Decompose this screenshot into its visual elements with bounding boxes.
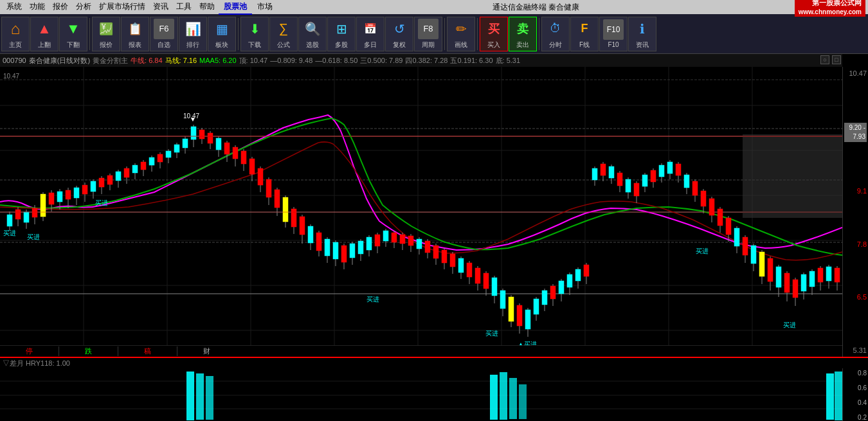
btn-f6[interactable]: F6 自选 <box>150 17 178 51</box>
svg-rect-156 <box>525 310 530 329</box>
info-icon: ℹ <box>632 19 653 39</box>
down-icon: ▼ <box>63 19 84 39</box>
bottom-axis-04: 0.4 <box>858 399 867 406</box>
buy-icon: 买 <box>484 19 504 39</box>
menu-news[interactable]: 资讯 <box>149 0 172 15</box>
bottom-axis-06: 0.6 <box>858 384 867 391</box>
svg-rect-64 <box>158 154 163 162</box>
menu-help[interactable]: 帮助 <box>195 0 219 15</box>
btn-multi-day[interactable]: 📅 多日 <box>356 17 384 51</box>
btn-f8[interactable]: F8 周期 <box>414 17 442 51</box>
svg-rect-227 <box>809 271 815 287</box>
menu-extend-market[interactable]: 扩展市场行情 <box>95 0 149 15</box>
svg-rect-131 <box>425 241 430 253</box>
svg-text:买进: 买进 <box>485 330 498 337</box>
btn-minute[interactable]: ⏱ 分时 <box>541 17 570 51</box>
svg-rect-68 <box>174 145 179 152</box>
btn-repeat[interactable]: ↺ 复权 <box>385 17 413 51</box>
btn-multi-stock[interactable]: ⊞ 多股 <box>327 17 356 51</box>
ma5-line: MAA5: 6.20 <box>199 57 236 64</box>
menu-analysis[interactable]: 分析 <box>72 0 95 15</box>
svg-rect-189 <box>659 165 664 177</box>
svg-rect-219 <box>776 267 781 287</box>
btn-block[interactable]: ▦ 板块 <box>208 17 236 51</box>
svg-rect-90 <box>258 168 263 185</box>
svg-rect-111 <box>341 246 347 262</box>
btn-report[interactable]: 📋 报表 <box>121 17 149 51</box>
bottom-price-axis: 0.8 0.6 0.4 0.2 <box>842 368 868 421</box>
btn-formula[interactable]: ∑ 公式 <box>269 17 298 51</box>
btn-up[interactable]: ▲ 上翻 <box>30 17 59 51</box>
btn-price[interactable]: 💹 报价 <box>92 17 120 51</box>
svg-rect-229 <box>818 268 823 282</box>
svg-rect-117 <box>366 237 372 250</box>
btn-buy[interactable]: 买 买入 <box>480 17 508 51</box>
top-bar: 系统 功能 报价 分析 扩展市场行情 资讯 工具 帮助 股票池 市场 通达信金融… <box>0 0 868 14</box>
bull-line: 牛线: 6.84 <box>131 56 163 66</box>
bottom-indicator: ▽差月 HRY118: 1.00 0.8 0.6 0.4 0.2 <box>0 357 868 421</box>
divider-3 <box>444 18 445 50</box>
svg-rect-249 <box>826 373 834 420</box>
svg-rect-198 <box>692 181 698 195</box>
menu-tools[interactable]: 工具 <box>172 0 195 15</box>
svg-rect-151 <box>509 297 514 321</box>
menu-quote[interactable]: 报价 <box>49 0 72 15</box>
svg-rect-94 <box>275 190 280 208</box>
svg-rect-214 <box>759 252 764 276</box>
price-label-78: 7.8 <box>857 240 867 248</box>
svg-rect-141 <box>467 263 472 277</box>
btn-price-label: 报价 <box>100 40 113 49</box>
svg-rect-37 <box>57 192 62 202</box>
btn-buy-label: 买入 <box>487 40 500 49</box>
val2: —0.618: 8.50 <box>315 57 357 64</box>
svg-rect-106 <box>325 239 330 256</box>
stock-name: 秦合健康(日线对数) <box>29 56 90 66</box>
formula-icon: ∑ <box>273 19 294 39</box>
price-label-65: 6.5 <box>857 293 867 301</box>
tab-stocks-pool[interactable]: 股票池 <box>219 0 252 15</box>
btn-rank[interactable]: 📊 排行 <box>179 17 207 51</box>
multi-stock-icon: ⊞ <box>331 19 352 39</box>
btn-select-stock[interactable]: 🔍 选股 <box>298 17 327 51</box>
btn-info[interactable]: ℹ 资讯 <box>628 17 656 51</box>
svg-rect-137 <box>450 254 455 267</box>
tab-market[interactable]: 市场 <box>252 0 278 15</box>
minute-icon: ⏱ <box>545 19 566 39</box>
svg-text:买进: 买进 <box>696 247 709 255</box>
btn-home[interactable]: ⌂ 主页 <box>1 17 30 51</box>
ma-line: 马线: 7.16 <box>165 56 197 66</box>
sell-icon: 卖 <box>512 19 533 39</box>
val3: 三0.500: 7.89 <box>360 56 402 66</box>
btn-home-label: 主页 <box>9 40 22 49</box>
btn-fline[interactable]: F F线 <box>570 17 599 51</box>
divider-1 <box>89 18 90 50</box>
minimize-btn[interactable]: ○ <box>820 55 829 64</box>
rank-icon: 📊 <box>183 19 203 39</box>
svg-rect-135 <box>442 250 447 263</box>
btn-download[interactable]: ⬇ 下载 <box>240 17 269 51</box>
svg-rect-49 <box>99 178 104 187</box>
btn-f10[interactable]: F10 F10 <box>599 17 628 51</box>
btn-multi-day-label: 多日 <box>364 40 377 49</box>
chart-wrapper: 000790 秦合健康(日线对数) 黄金分割主 牛线: 6.84 马线: 7.1… <box>0 54 868 357</box>
svg-rect-145 <box>484 273 489 289</box>
btn-sell[interactable]: 卖 卖出 <box>509 17 537 51</box>
repeat-icon: ↺ <box>389 19 410 39</box>
svg-rect-208 <box>734 228 739 246</box>
btn-down[interactable]: ▼ 下翻 <box>59 17 87 51</box>
svg-rect-25 <box>7 215 12 226</box>
draw-icon: ✏ <box>451 19 471 39</box>
svg-rect-177 <box>609 166 614 178</box>
toolbar: ⌂ 主页 ▲ 上翻 ▼ 下翻 💹 报价 📋 报表 F6 自选 📊 排行 ▦ 板块… <box>0 14 868 54</box>
svg-rect-39 <box>66 190 71 199</box>
svg-rect-247 <box>509 378 517 419</box>
menu-feature[interactable]: 功能 <box>26 0 49 15</box>
status-stop: 停 <box>0 346 59 356</box>
btn-draw[interactable]: ✏ 画线 <box>447 17 475 51</box>
menu-system[interactable]: 系统 <box>3 0 26 15</box>
svg-rect-78 <box>208 133 213 143</box>
svg-rect-86 <box>241 151 246 164</box>
maximize-btn[interactable]: □ <box>832 55 841 64</box>
svg-rect-216 <box>768 258 773 282</box>
svg-rect-221 <box>784 273 790 292</box>
